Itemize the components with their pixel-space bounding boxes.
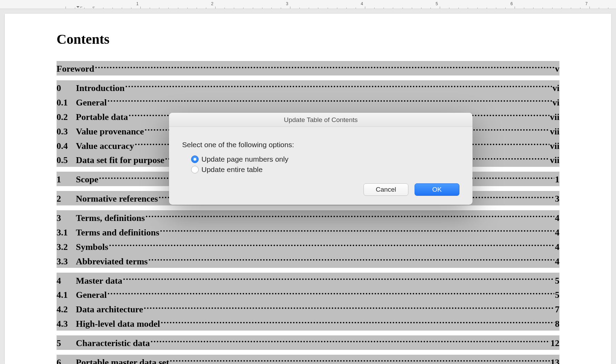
- toc-entry[interactable]: 3.1Terms and definitions4: [57, 225, 559, 239]
- toc-entry-title: Introduction: [76, 82, 125, 95]
- toc-group: 3Terms, definitions43.1Terms and definit…: [57, 210, 559, 268]
- indent-marker-icon[interactable]: ⏷: [76, 4, 80, 9]
- toc-entry[interactable]: 6Portable master data set13: [57, 355, 559, 364]
- toc-entry-title: Normative references: [76, 192, 158, 205]
- toc-leader-dots: [146, 210, 554, 221]
- toc-entry-title: General: [76, 289, 107, 302]
- toc-leader-dots: [108, 95, 552, 105]
- table-of-contents[interactable]: Forewordv0Introductionvi0.1Generalvi0.2P…: [57, 61, 559, 364]
- toc-leader-dots: [109, 239, 554, 250]
- toc-entry-page: 5: [555, 289, 559, 302]
- toc-entry-page: 4: [555, 212, 559, 225]
- toc-entry-title: Value provenance: [76, 125, 144, 138]
- toc-entry-title: Characteristic data: [76, 337, 150, 350]
- toc-entry-number: 3.1: [57, 226, 76, 239]
- toc-leader-dots: [161, 316, 554, 327]
- toc-leader-dots: [148, 254, 554, 264]
- toc-entry-page: 7: [555, 303, 559, 316]
- toc-entry-page: vi: [553, 82, 559, 95]
- toc-entry[interactable]: Forewordv: [57, 61, 559, 75]
- toc-entry[interactable]: 4.3High-level data model8: [57, 316, 559, 331]
- radio-label: Update page numbers only: [201, 155, 288, 163]
- toc-entry-number: 3.2: [57, 241, 76, 254]
- radio-icon[interactable]: [191, 166, 199, 173]
- toc-entry[interactable]: 3Terms, definitions4: [57, 210, 559, 225]
- toc-entry-number: 3.3: [57, 255, 76, 268]
- cancel-button[interactable]: Cancel: [364, 183, 408, 196]
- toc-entry-number: 1: [57, 173, 76, 186]
- toc-entry-page: vii: [550, 154, 559, 167]
- toc-entry-page: vii: [550, 125, 559, 138]
- toc-entry[interactable]: 3.3Abbreviated terms4: [57, 254, 559, 268]
- toc-entry-number: 4.3: [57, 317, 76, 331]
- toc-entry-page: 12: [550, 337, 559, 350]
- toc-entry-number: 0.2: [57, 111, 76, 124]
- toc-leader-dots: [160, 225, 554, 235]
- toc-entry-page: 4: [555, 241, 559, 254]
- ruler-number: 6: [510, 1, 513, 6]
- toc-entry-number: 3: [57, 212, 76, 225]
- toc-entry-title: Portable master data set: [76, 356, 169, 364]
- toc-leader-dots: [95, 61, 554, 72]
- toc-entry-number: 0: [57, 82, 76, 95]
- toc-entry-number: 0.5: [57, 154, 76, 167]
- toc-group: Forewordv: [57, 61, 559, 75]
- toc-entry-title: General: [76, 96, 107, 109]
- toc-entry-page: 3: [555, 192, 559, 205]
- toc-entry-number: 0.1: [57, 96, 76, 109]
- toc-entry[interactable]: 3.2Symbols4: [57, 239, 559, 254]
- ruler-number: 1: [136, 1, 139, 6]
- radio-label: Update entire table: [201, 165, 262, 174]
- toc-group: 4Master data54.1General54.2Data architec…: [57, 273, 559, 331]
- toc-entry-title: Data set fit for purpose: [76, 154, 165, 167]
- toc-entry-page: vi: [553, 96, 559, 109]
- horizontal-ruler[interactable]: ⏷ ⌐ ⌐ 1234567: [0, 0, 616, 9]
- radio-icon[interactable]: [191, 155, 199, 163]
- ruler-number: 7: [585, 1, 588, 6]
- toc-leader-dots: [108, 287, 554, 298]
- toc-entry[interactable]: 0Introductionvi: [57, 80, 559, 95]
- toc-entry[interactable]: 4.1General5: [57, 287, 559, 302]
- toc-leader-dots: [144, 302, 554, 312]
- toc-entry-number: 4.1: [57, 289, 76, 302]
- toc-entry[interactable]: 0.1Generalvi: [57, 95, 559, 109]
- dialog-prompt: Select one of the following options:: [182, 141, 459, 149]
- toc-entry-title: Value accuracy: [76, 140, 134, 153]
- toc-entry-title: Portable data: [76, 111, 128, 124]
- toc-entry-number: 6: [57, 356, 76, 364]
- toc-entry-page: vii: [550, 140, 559, 153]
- ruler-number: 4: [361, 1, 363, 6]
- toc-entry-title: Master data: [76, 274, 122, 287]
- update-toc-dialog: Update Table of Contents Select one of t…: [169, 113, 473, 205]
- toc-entry-page: 13: [550, 356, 559, 364]
- ruler-number: 3: [286, 1, 288, 6]
- tab-marker-icon[interactable]: ⌐: [80, 4, 82, 9]
- toc-group: 6Portable master data set13: [57, 355, 559, 364]
- toc-entry-title: Abbreviated terms: [76, 255, 148, 268]
- toc-entry-number: 0.3: [57, 125, 76, 138]
- toc-entry-page: 5: [555, 274, 559, 287]
- radio-option-entire-table[interactable]: Update entire table: [191, 165, 459, 174]
- toc-entry-number: 0.4: [57, 140, 76, 153]
- toc-entry-number: 4.2: [57, 303, 76, 316]
- toc-entry[interactable]: 5Characteristic data12: [57, 335, 559, 350]
- toc-leader-dots: [125, 80, 552, 91]
- toc-entry[interactable]: 4.2Data architecture7: [57, 302, 559, 316]
- toc-entry-title: Terms and definitions: [76, 226, 159, 239]
- toc-leader-dots: [150, 335, 550, 346]
- ok-button[interactable]: OK: [415, 183, 459, 196]
- toc-entry[interactable]: 4Master data5: [57, 273, 559, 287]
- toc-entry-title: Scope: [76, 173, 98, 186]
- toc-entry-number: 5: [57, 337, 76, 350]
- ruler-number: 5: [436, 1, 438, 6]
- dialog-title: Update Table of Contents: [169, 113, 473, 127]
- toc-group: 5Characteristic data12: [57, 335, 559, 350]
- toc-entry-page: 8: [555, 317, 559, 331]
- toc-entry-number: 2: [57, 192, 76, 205]
- toc-leader-dots: [170, 355, 550, 364]
- toc-entry-page: 4: [555, 226, 559, 239]
- radio-option-page-numbers[interactable]: Update page numbers only: [191, 155, 459, 163]
- toc-entry-page: vii: [550, 111, 559, 124]
- toc-entry-number: 4: [57, 274, 76, 287]
- toc-entry-page: 1: [555, 173, 559, 186]
